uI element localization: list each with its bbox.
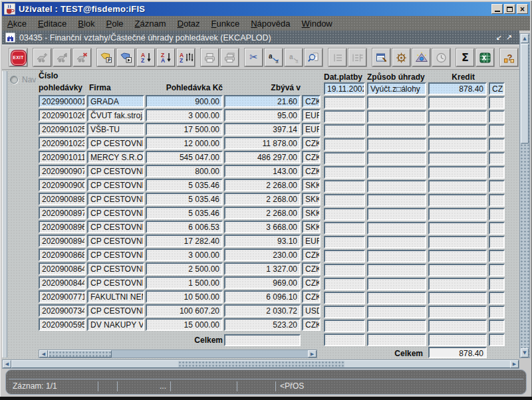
pohledavka-kc-field[interactable]: 800.00 (146, 165, 223, 177)
kredit-mena-field[interactable] (489, 250, 505, 262)
zbyva-field[interactable]: 2 268.00 (224, 193, 301, 205)
pohledavka-kc-field[interactable]: 17 500.00 (146, 123, 223, 136)
menu-blok[interactable]: Blok (78, 19, 94, 29)
zpusob-uhrady-field[interactable] (367, 264, 426, 276)
excel-export-button[interactable] (476, 49, 494, 66)
kredit-field[interactable] (428, 306, 487, 318)
cislo-pohledavky-field[interactable]: 2020900595 (39, 318, 86, 331)
zbyva-field[interactable]: 2 268.00 (224, 207, 301, 219)
zpusob-uhrady-field[interactable] (367, 250, 426, 262)
cislo-pohledavky-field[interactable]: 2020901025 (39, 123, 86, 136)
dat-platby-field[interactable] (324, 96, 365, 109)
kredit-field[interactable] (428, 278, 487, 290)
menu-editace[interactable]: Editace (38, 19, 66, 29)
firma-field[interactable]: CP CESTOVNE (87, 262, 144, 275)
cislo-pohledavky-field[interactable]: 2020900844 (39, 276, 86, 289)
firma-field[interactable]: DV NAKUPY V HO (87, 318, 144, 331)
kredit-field[interactable] (428, 110, 487, 123)
open-form-button[interactable] (372, 49, 390, 66)
scroll-right-icon[interactable]: ▶ (308, 350, 317, 357)
maximize-window-icon[interactable]: ↗ (506, 33, 512, 42)
kredit-mena-field[interactable] (489, 292, 505, 304)
cislo-pohledavky-field[interactable]: 2020900868 (39, 249, 86, 261)
zpusob-uhrady-field[interactable] (367, 222, 426, 235)
firma-field[interactable]: MERCY S.R.O. (87, 151, 144, 163)
menu-napoveda[interactable]: Nápověda (251, 19, 290, 29)
cislo-pohledavky-field[interactable]: 2020901026 (39, 109, 86, 122)
zpusob-uhrady-field[interactable] (367, 306, 426, 318)
pohledavka-kc-field[interactable]: 545 047.00 (146, 151, 223, 163)
dat-platby-field[interactable] (324, 292, 365, 304)
left-total-field[interactable] (224, 334, 301, 346)
pohledavka-kc-field[interactable]: 5 035.46 (146, 179, 223, 191)
firma-field[interactable]: CP CESTOVNE (87, 137, 144, 150)
zbyva-field[interactable]: 95.00 (224, 109, 301, 122)
kredit-field[interactable]: 878.40 (428, 82, 487, 95)
cislo-pohledavky-field[interactable]: 2020900900 (39, 179, 86, 191)
cislo-pohledavky-field[interactable]: 2020900907 (39, 165, 86, 177)
dat-platby-field[interactable] (324, 180, 365, 193)
pohledavka-kc-field[interactable]: 1 500.00 (146, 276, 223, 289)
zbyva-field[interactable]: 230.00 (224, 249, 301, 261)
restore-window-icon[interactable]: ↙ (496, 33, 502, 42)
kredit-mena-field[interactable] (489, 236, 505, 249)
zbyva-field[interactable]: 2 268.00 (224, 179, 301, 191)
mena-field[interactable]: SKK (302, 179, 321, 191)
menu-funkce[interactable]: Funkce (211, 19, 240, 29)
cislo-pohledavky-field[interactable]: 2020900734 (39, 304, 86, 317)
exit-button[interactable]: EXIT (9, 49, 27, 66)
execute-query-button[interactable] (117, 49, 135, 66)
kredit-field[interactable] (428, 334, 487, 346)
zpusob-uhrady-field[interactable] (367, 194, 426, 207)
zbyva-field[interactable]: 93.10 (224, 235, 301, 247)
mena-field[interactable]: CZK (302, 290, 321, 303)
menu-dotaz[interactable]: Dotaz (178, 19, 200, 29)
firma-field[interactable]: CP CESTOVNE (87, 179, 144, 191)
mena-field[interactable]: CZK (302, 276, 321, 289)
kredit-field[interactable] (428, 166, 487, 179)
kredit-field[interactable] (428, 180, 487, 193)
kredit-mena-field[interactable] (489, 264, 505, 276)
firma-field[interactable]: GRADA (87, 95, 144, 108)
zbyva-field[interactable]: 3 668.00 (224, 221, 301, 233)
zbyva-field[interactable]: 21.60 (224, 95, 301, 108)
zbyva-field[interactable]: 143.00 (224, 165, 301, 177)
mena-field[interactable]: SKK (302, 207, 321, 219)
kredit-field[interactable] (428, 138, 487, 151)
cislo-pohledavky-field[interactable]: 2020900897 (39, 207, 86, 219)
zpusob-uhrady-field[interactable] (367, 320, 426, 332)
zbyva-field[interactable]: 523.20 (224, 318, 301, 331)
zbyva-field[interactable]: 2 030.72 (224, 304, 301, 317)
dat-platby-field[interactable] (324, 208, 365, 221)
firma-field[interactable]: ČVUT fak.stroj. ús (87, 109, 144, 122)
zpusob-uhrady-field[interactable] (367, 180, 426, 193)
preview-button[interactable] (412, 49, 430, 66)
pohledavka-kc-field[interactable]: 6 006.53 (146, 221, 223, 233)
zpusob-uhrady-field[interactable]: Vyúčt.z□álohy (367, 82, 426, 95)
menu-zaznam[interactable]: Záznam (135, 19, 166, 29)
sort-options-button[interactable]: AZ (177, 49, 195, 66)
hscroll-thumb[interactable] (48, 350, 112, 357)
canvas-hscroll-thumb[interactable] (11, 360, 511, 368)
zpusob-uhrady-field[interactable] (367, 166, 426, 179)
cislo-pohledavky-field[interactable]: 2020900896 (39, 221, 86, 233)
nav-radio[interactable]: Nav (10, 75, 36, 84)
kredit-mena-field[interactable] (489, 110, 505, 123)
mena-field[interactable]: CZK (302, 137, 321, 150)
pohledavka-kc-field[interactable]: 17 282.40 (146, 235, 223, 247)
scroll-left-icon[interactable]: ◀ (39, 350, 48, 357)
zbyva-field[interactable]: 11 878.00 (224, 137, 301, 150)
dat-platby-field[interactable] (324, 250, 365, 262)
dat-platby-field[interactable] (324, 166, 365, 179)
zbyva-field[interactable]: 6 096.10 (224, 290, 301, 303)
scroll-down-icon[interactable]: ▼ (521, 348, 529, 357)
mena-field[interactable]: CZK (302, 151, 321, 163)
kredit-field[interactable] (428, 250, 487, 262)
dat-platby-field[interactable] (324, 320, 365, 332)
canvas-scroll-right-icon[interactable]: ▶ (510, 360, 519, 368)
kredit-mena-field[interactable] (489, 306, 505, 318)
enter-query-button[interactable]: P (97, 49, 115, 66)
kredit-field[interactable] (428, 222, 487, 235)
cislo-pohledavky-field[interactable]: 2029900001 (39, 95, 86, 108)
pohledavka-kc-field[interactable]: 12 000.00 (146, 137, 223, 150)
